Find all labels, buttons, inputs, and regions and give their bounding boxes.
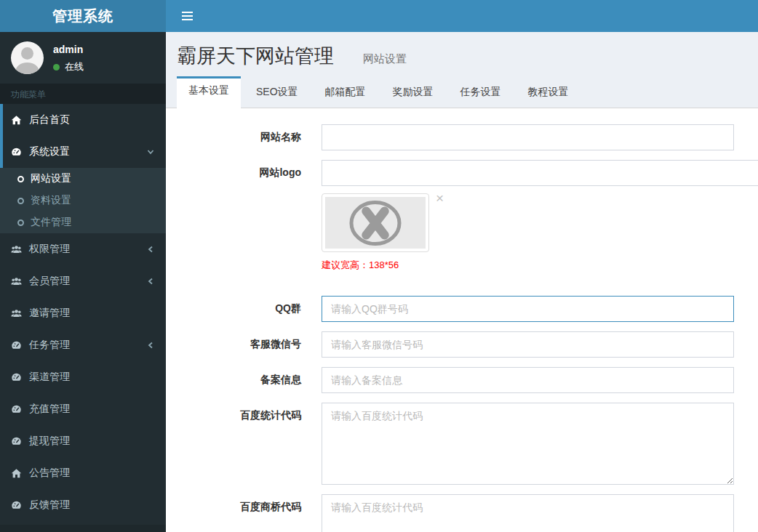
online-status-dot-icon (53, 64, 60, 70)
icp-info-input[interactable] (322, 367, 734, 393)
site-name-input[interactable] (322, 124, 734, 150)
wechat-service-input[interactable] (322, 331, 734, 358)
users-icon (11, 244, 22, 255)
avatar (11, 41, 44, 74)
form-row-site-logo: 网站logo × 建议宽高：138*56 (177, 160, 734, 286)
sidebar-item-member-management[interactable]: 会员管理 (0, 265, 166, 297)
sidebar-subitem-website-settings[interactable]: 网站设置 (0, 168, 166, 190)
tab-content-panel: 网站名称 网站logo × 建议宽高：138*56 (166, 108, 758, 532)
baidu-bridge-label: 百度商桥代码 (177, 494, 322, 514)
sidebar-item-recharge-management[interactable]: 充值管理 (0, 393, 166, 425)
users-icon (11, 308, 22, 319)
settings-tabs: 基本设置 SEO设置 邮箱配置 奖励设置 任务设置 教程设置 (166, 77, 758, 108)
sidebar-item-label: 会员管理 (29, 275, 70, 288)
sidebar-item-withdrawal-management[interactable]: 提现管理 (0, 425, 166, 457)
wechat-service-label: 客服微信号 (177, 331, 322, 351)
app-logo[interactable]: 管理系统 (0, 0, 166, 32)
page-subtitle: 网站设置 (363, 52, 407, 65)
sidebar-item-label: 后台首页 (29, 113, 70, 126)
baidu-analytics-textarea[interactable] (322, 403, 734, 485)
site-name-label: 网站名称 (177, 124, 322, 144)
tab-seo-settings[interactable]: SEO设置 (244, 78, 310, 108)
user-panel: admin 在线 (0, 32, 166, 84)
icp-info-label: 备案信息 (177, 367, 322, 387)
gauge-icon (11, 500, 22, 511)
broken-image-icon (325, 197, 426, 249)
logo-preview-box (322, 193, 429, 252)
online-status-label: 在线 (65, 60, 84, 73)
sidebar-bottom-strip (0, 525, 166, 532)
sidebar-menu: 后台首页 系统设置 网站设置 资料设置 文件管理 权限管理 (0, 104, 166, 521)
submenu-item-label: 文件管理 (31, 216, 71, 229)
sidebar-item-label: 渠道管理 (29, 371, 70, 384)
home-icon (11, 115, 22, 126)
sidebar-item-label: 任务管理 (29, 339, 70, 352)
sidebar: admin 在线 功能菜单 后台首页 系统设置 网站设置 资料设置 (0, 32, 166, 532)
form-row-wechat-service: 客服微信号 (177, 331, 734, 358)
form-row-baidu-bridge: 百度商桥代码 (177, 494, 734, 532)
tab-task-settings[interactable]: 任务设置 (449, 78, 513, 108)
chevron-left-icon (146, 245, 155, 254)
users-icon (11, 276, 22, 287)
sidebar-item-label: 提现管理 (29, 435, 70, 448)
form-row-qq-group: QQ群 (177, 296, 734, 322)
form-row-baidu-analytics: 百度统计代码 (177, 403, 734, 485)
tab-reward-settings[interactable]: 奖励设置 (381, 78, 445, 108)
logo-preview: × (322, 193, 429, 252)
sidebar-item-label: 公告管理 (29, 467, 70, 480)
app-title: 管理系统 (52, 7, 113, 26)
sidebar-subitem-profile-settings[interactable]: 资料设置 (0, 190, 166, 211)
chevron-down-icon (146, 148, 155, 156)
qq-group-input[interactable] (322, 296, 734, 322)
navbar (166, 0, 758, 32)
sidebar-item-permission-management[interactable]: 权限管理 (0, 233, 166, 265)
home-icon (11, 468, 22, 479)
system-settings-submenu: 网站设置 资料设置 文件管理 (0, 168, 166, 233)
gauge-icon (11, 340, 22, 351)
sidebar-toggle-icon[interactable] (177, 5, 197, 27)
sidebar-item-label: 反馈管理 (29, 499, 70, 512)
logo-remove-button[interactable]: × (436, 193, 444, 203)
gauge-icon (11, 147, 22, 158)
gauge-icon (11, 404, 22, 415)
chevron-left-icon (146, 277, 155, 286)
user-name: admin (53, 44, 84, 55)
sidebar-item-task-management[interactable]: 任务管理 (0, 329, 166, 361)
main-content: 霸屏天下网站管理 网站设置 基本设置 SEO设置 邮箱配置 奖励设置 任务设置 … (166, 32, 758, 532)
sidebar-item-label: 系统设置 (29, 145, 70, 158)
sidebar-item-invitation-management[interactable]: 邀请管理 (0, 297, 166, 329)
menu-section-label: 功能菜单 (0, 84, 166, 104)
circle-icon (17, 219, 24, 226)
circle-icon (17, 176, 24, 182)
submenu-item-label: 资料设置 (31, 194, 71, 207)
submenu-item-label: 网站设置 (31, 172, 71, 185)
sidebar-item-channel-management[interactable]: 渠道管理 (0, 361, 166, 393)
top-bar: 管理系统 (0, 0, 758, 32)
sidebar-item-label: 邀请管理 (29, 307, 70, 320)
circle-icon (17, 198, 24, 204)
page-title: 霸屏天下网站管理 (177, 45, 334, 67)
sidebar-item-feedback-management[interactable]: 反馈管理 (0, 489, 166, 521)
logo-size-hint: 建议宽高：138*56 (322, 259, 734, 272)
sidebar-item-dashboard-home[interactable]: 后台首页 (0, 104, 166, 136)
sidebar-item-announcement-management[interactable]: 公告管理 (0, 457, 166, 489)
tab-email-config[interactable]: 邮箱配置 (314, 78, 378, 108)
baidu-bridge-textarea[interactable] (322, 494, 734, 532)
form-row-site-name: 网站名称 (177, 124, 734, 150)
tab-tutorial-settings[interactable]: 教程设置 (516, 78, 581, 108)
sidebar-item-system-settings[interactable]: 系统设置 (0, 136, 166, 168)
qq-group-label: QQ群 (177, 296, 322, 315)
chevron-left-icon (146, 341, 155, 350)
site-logo-label: 网站logo (177, 160, 322, 180)
gauge-icon (11, 436, 22, 447)
gauge-icon (11, 372, 22, 383)
content-header: 霸屏天下网站管理 网站设置 (166, 32, 758, 77)
sidebar-item-label: 充值管理 (29, 403, 70, 416)
sidebar-subitem-file-management[interactable]: 文件管理 (0, 211, 166, 233)
site-logo-input[interactable] (322, 160, 758, 186)
tab-basic-settings[interactable]: 基本设置 (177, 76, 241, 108)
sidebar-item-label: 权限管理 (29, 243, 70, 256)
baidu-analytics-label: 百度统计代码 (177, 403, 322, 422)
form-row-icp-info: 备案信息 (177, 367, 734, 393)
